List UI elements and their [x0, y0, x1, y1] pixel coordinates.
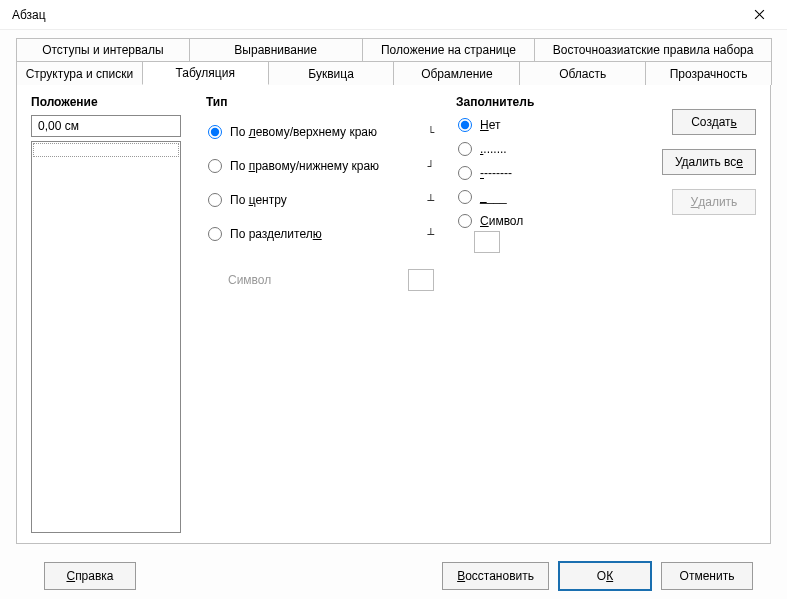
type-radio-decimal[interactable]	[208, 227, 222, 241]
titlebar: Абзац	[0, 0, 787, 30]
fill-symbol-input[interactable]	[474, 231, 500, 253]
tabs: Отступы и интервалы Выравнивание Положен…	[16, 38, 771, 544]
position-column: Положение	[31, 95, 206, 533]
position-input[interactable]	[31, 115, 181, 137]
type-symbol-label: Символ	[228, 273, 271, 287]
tab-asian[interactable]: Восточноазиатские правила набора	[534, 38, 772, 62]
tab-lists[interactable]: Структура и списки	[16, 61, 143, 85]
window-title: Абзац	[12, 8, 739, 22]
fill-radio-none[interactable]	[458, 118, 472, 132]
type-column: Тип По левому/верхнему краю └ По правому…	[206, 95, 456, 533]
delete-button: Удалить	[672, 189, 756, 215]
type-header: Тип	[206, 95, 456, 109]
fill-header: Заполнитель	[456, 95, 626, 109]
type-symbol-input[interactable]	[408, 269, 434, 291]
fill-label-none: Нет	[480, 118, 500, 132]
side-buttons: Создать Удалить все Удалить	[626, 95, 756, 533]
delete-all-button[interactable]: Удалить все	[662, 149, 756, 175]
fill-label-dots: ........	[480, 142, 507, 156]
tab-row-1: Отступы и интервалы Выравнивание Положен…	[16, 38, 771, 62]
close-button[interactable]	[739, 1, 779, 29]
tab-panel: Положение Тип По левому/верхнему краю └ …	[16, 84, 771, 544]
type-label-decimal: По разделителю	[230, 227, 322, 241]
tab-row-2: Структура и списки Табуляция Буквица Обр…	[16, 61, 771, 85]
dialog-body: Отступы и интервалы Выравнивание Положен…	[0, 30, 787, 599]
create-button[interactable]: Создать	[672, 109, 756, 135]
help-button[interactable]: Справка	[44, 562, 136, 590]
type-label-right: По правому/нижнему краю	[230, 159, 379, 173]
fill-option-dashes[interactable]: --------	[456, 161, 626, 185]
tab-border[interactable]: Обрамление	[393, 61, 520, 85]
close-icon	[754, 9, 765, 20]
tab-pagepos[interactable]: Положение на странице	[362, 38, 536, 62]
tab-dropcap[interactable]: Буквица	[268, 61, 395, 85]
type-option-left[interactable]: По левому/верхнему краю └	[206, 115, 456, 149]
type-label-left: По левому/верхнему краю	[230, 125, 377, 139]
dialog-footer: Справка Восстановить ОК Отменить	[16, 544, 771, 590]
position-header: Положение	[31, 95, 206, 109]
tab-align-decimal-icon: ┴	[427, 228, 434, 241]
tab-transparency[interactable]: Прозрачность	[645, 61, 772, 85]
fill-option-none[interactable]: Нет	[456, 113, 626, 137]
type-radio-left[interactable]	[208, 125, 222, 139]
fill-label-symbol: Символ	[480, 214, 523, 228]
tab-indents[interactable]: Отступы и интервалы	[16, 38, 190, 62]
tab-align-left-icon: └	[427, 126, 434, 139]
fill-radio-underscore[interactable]	[458, 190, 472, 204]
type-symbol-row: Символ	[206, 269, 456, 291]
tab-area[interactable]: Область	[519, 61, 646, 85]
tab-align[interactable]: Выравнивание	[189, 38, 363, 62]
type-radio-right[interactable]	[208, 159, 222, 173]
fill-option-symbol[interactable]: Символ	[456, 209, 626, 233]
fill-column: Заполнитель Нет ........ -------- ____	[456, 95, 626, 533]
fill-radio-symbol[interactable]	[458, 214, 472, 228]
tab-align-right-icon: ┘	[427, 160, 434, 173]
fill-option-dots[interactable]: ........	[456, 137, 626, 161]
type-option-decimal[interactable]: По разделителю ┴	[206, 217, 456, 251]
fill-radio-dashes[interactable]	[458, 166, 472, 180]
position-list-item[interactable]	[33, 143, 179, 157]
fill-label-dashes: --------	[480, 166, 512, 180]
fill-option-underscore[interactable]: ____	[456, 185, 626, 209]
cancel-button[interactable]: Отменить	[661, 562, 753, 590]
type-option-right[interactable]: По правому/нижнему краю ┘	[206, 149, 456, 183]
position-list[interactable]	[31, 141, 181, 533]
ok-button[interactable]: ОК	[559, 562, 651, 590]
fill-radio-dots[interactable]	[458, 142, 472, 156]
tab-align-center-icon: ┴	[427, 194, 434, 207]
type-radio-center[interactable]	[208, 193, 222, 207]
restore-button[interactable]: Восстановить	[442, 562, 549, 590]
tab-tabulation[interactable]: Табуляция	[142, 61, 269, 85]
type-label-center: По центру	[230, 193, 287, 207]
fill-label-underscore: ____	[480, 190, 507, 204]
type-option-center[interactable]: По центру ┴	[206, 183, 456, 217]
